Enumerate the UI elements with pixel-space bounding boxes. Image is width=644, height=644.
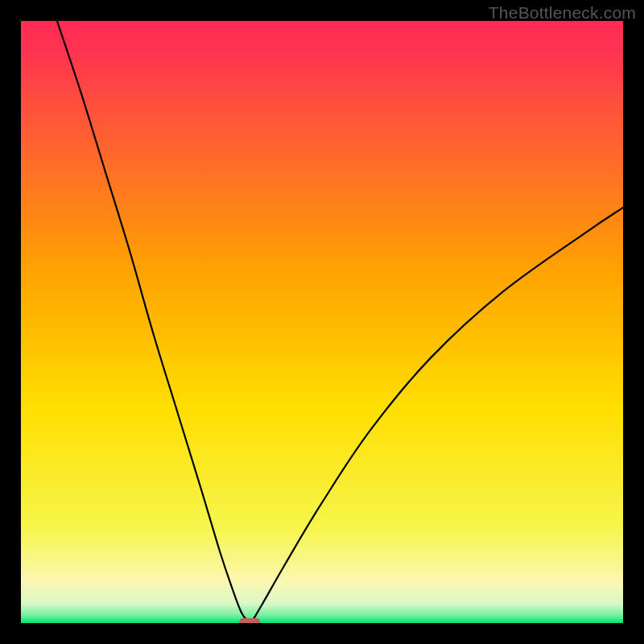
- chart-svg: [21, 21, 623, 623]
- plot-area: [21, 21, 623, 623]
- minimum-marker: [239, 618, 260, 623]
- watermark-text: TheBottleneck.com: [489, 3, 636, 23]
- chart-frame: TheBottleneck.com: [0, 0, 644, 644]
- gradient-background: [21, 21, 623, 623]
